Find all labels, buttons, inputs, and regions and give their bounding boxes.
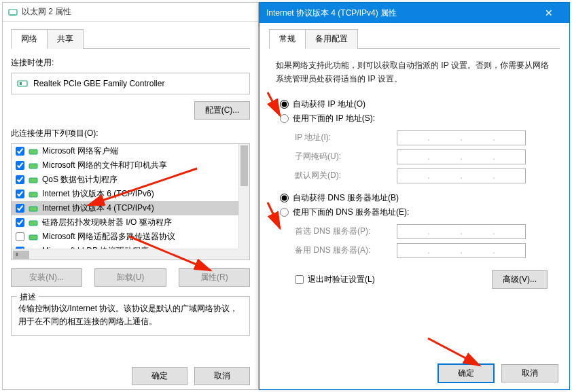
- list-item[interactable]: QoS 数据包计划程序: [12, 173, 238, 187]
- radio-ip-manual[interactable]: 使用下面的 IP 地址(S):: [280, 113, 560, 124]
- svg-rect-0: [9, 10, 17, 15]
- cancel-button[interactable]: 取消: [501, 364, 558, 382]
- ipv4-properties-dialog: Internet 协议版本 4 (TCP/IPv4) 属性 ✕ 常规 备用配置 …: [259, 2, 570, 390]
- ok-button[interactable]: 确定: [437, 363, 495, 383]
- gateway-label: 默认网关(D):: [295, 170, 397, 181]
- list-item[interactable]: Microsoft 网络的文件和打印机共享: [12, 158, 238, 173]
- protocol-checkbox[interactable]: [16, 147, 24, 156]
- ip-address-field: ...: [397, 130, 526, 145]
- radio-dns-manual-label: 使用下面的 DNS 服务器地址(E):: [293, 207, 409, 218]
- protocol-label: QoS 数据包计划程序: [42, 174, 118, 185]
- tab-network[interactable]: 网络: [11, 29, 48, 49]
- svg-rect-7: [29, 192, 37, 197]
- subnet-label: 子网掩码(U):: [295, 151, 397, 162]
- radio-dns-auto-input[interactable]: [280, 194, 289, 202]
- titlebar[interactable]: 以太网 2 属性: [3, 3, 258, 22]
- radio-dns-manual-input[interactable]: [280, 208, 289, 217]
- radio-ip-auto-label: 自动获得 IP 地址(O): [293, 99, 365, 110]
- dns-pref-field: ...: [397, 224, 526, 239]
- list-item[interactable]: Microsoft 网络适配器多路传送器协议: [12, 230, 238, 244]
- description-text: 传输控制协议/Internet 协议。该协议是默认的广域网络协议，用于在不同的相…: [18, 302, 243, 328]
- cancel-button[interactable]: 取消: [194, 367, 250, 385]
- svg-rect-9: [29, 221, 37, 226]
- adapter-name: Realtek PCIe GBE Family Controller: [33, 79, 164, 88]
- radio-ip-manual-label: 使用下面的 IP 地址(S):: [293, 113, 375, 124]
- protocol-icon: [29, 232, 38, 242]
- protocol-label: Microsoft 网络适配器多路传送器协议: [42, 231, 175, 243]
- install-button[interactable]: 安装(N)...: [11, 268, 82, 287]
- protocol-label: Internet 协议版本 6 (TCP/IPv6): [42, 188, 154, 200]
- vertical-scrollbar[interactable]: [238, 144, 249, 249]
- protocol-icon: [29, 161, 38, 171]
- tabstrip: 常规 备用配置: [269, 29, 560, 49]
- svg-rect-3: [20, 82, 22, 85]
- tab-share[interactable]: 共享: [47, 29, 84, 49]
- connection-items-list: Microsoft 网络客户端Microsoft 网络的文件和打印机共享QoS …: [11, 143, 250, 260]
- dns-alt-field: ...: [397, 243, 526, 258]
- tab-general[interactable]: 常规: [269, 29, 306, 49]
- protocol-icon: [29, 175, 38, 185]
- adapter-box: Realtek PCIe GBE Family Controller: [11, 73, 250, 94]
- list-item[interactable]: Microsoft LLDP 协议驱动程序: [12, 244, 238, 249]
- svg-rect-4: [29, 149, 37, 154]
- protocol-checkbox[interactable]: [16, 161, 24, 170]
- radio-ip-auto[interactable]: 自动获得 IP 地址(O): [280, 99, 560, 110]
- ok-button[interactable]: 确定: [132, 367, 187, 385]
- radio-ip-auto-input[interactable]: [280, 100, 289, 109]
- protocol-checkbox[interactable]: [16, 204, 24, 213]
- connect-using-label: 连接时使用:: [11, 57, 250, 69]
- close-icon[interactable]: ✕: [535, 7, 562, 18]
- properties-button[interactable]: 属性(R): [179, 268, 250, 287]
- protocol-label: Internet 协议版本 4 (TCP/IPv4): [42, 202, 154, 214]
- tabstrip: 网络 共享: [11, 29, 250, 49]
- tab-alternate[interactable]: 备用配置: [305, 29, 358, 49]
- subnet-field: ...: [397, 149, 526, 164]
- radio-dns-auto[interactable]: 自动获得 DNS 服务器地址(B): [280, 192, 560, 204]
- advanced-button[interactable]: 高级(V)...: [492, 270, 548, 289]
- ip-address-label: IP 地址(I):: [295, 132, 397, 143]
- configure-button[interactable]: 配置(C)...: [194, 101, 250, 120]
- uninstall-button[interactable]: 卸载(U): [94, 268, 166, 287]
- protocol-icon: [29, 190, 38, 199]
- svg-rect-5: [29, 164, 37, 168]
- items-label: 此连接使用下列项目(O):: [11, 128, 250, 139]
- info-text: 如果网络支持此功能，则可以获取自动指派的 IP 设置。否则，你需要从网络系统管理…: [276, 58, 553, 86]
- nic-icon: [8, 7, 18, 17]
- protocol-icon: [29, 204, 38, 213]
- validate-checkbox[interactable]: [295, 275, 304, 284]
- protocol-label: 链路层拓扑发现映射器 I/O 驱动程序: [42, 217, 172, 228]
- ethernet-properties-dialog: 以太网 2 属性 网络 共享 连接时使用: Realtek PCIe GBE F…: [2, 2, 259, 390]
- adapter-icon: [17, 78, 28, 89]
- svg-rect-6: [29, 178, 37, 183]
- window-title: 以太网 2 属性: [22, 6, 71, 18]
- horizontal-scrollbar[interactable]: ‹›: [12, 249, 238, 260]
- protocol-checkbox[interactable]: [16, 190, 24, 198]
- titlebar[interactable]: Internet 协议版本 4 (TCP/IPv4) 属性 ✕: [260, 3, 569, 23]
- svg-rect-10: [29, 235, 37, 240]
- list-item[interactable]: Internet 协议版本 4 (TCP/IPv4): [12, 201, 238, 215]
- window-title: Internet 协议版本 4 (TCP/IPv4) 属性: [266, 7, 397, 19]
- list-item[interactable]: Internet 协议版本 6 (TCP/IPv6): [12, 187, 238, 201]
- gateway-field: ...: [397, 168, 526, 183]
- protocol-icon: [29, 147, 38, 156]
- protocol-checkbox[interactable]: [16, 232, 24, 241]
- list-item[interactable]: Microsoft 网络客户端: [12, 144, 238, 158]
- protocol-label: Microsoft 网络的文件和打印机共享: [42, 160, 167, 171]
- radio-ip-manual-input[interactable]: [280, 114, 289, 123]
- protocol-icon: [29, 218, 38, 228]
- protocol-label: Microsoft 网络客户端: [42, 145, 118, 157]
- svg-rect-8: [29, 207, 37, 211]
- svg-rect-2: [18, 81, 27, 86]
- list-item[interactable]: 链路层拓扑发现映射器 I/O 驱动程序: [12, 215, 238, 230]
- description-group: 描述 传输控制协议/Internet 协议。该协议是默认的广域网络协议，用于在不…: [11, 296, 250, 336]
- radio-dns-manual[interactable]: 使用下面的 DNS 服务器地址(E):: [280, 207, 560, 218]
- validate-label: 退出时验证设置(L): [308, 274, 375, 285]
- radio-dns-auto-label: 自动获得 DNS 服务器地址(B): [293, 192, 399, 204]
- description-legend: 描述: [17, 291, 39, 303]
- protocol-checkbox[interactable]: [16, 175, 24, 184]
- dns-alt-label: 备用 DNS 服务器(A):: [295, 245, 397, 256]
- dns-pref-label: 首选 DNS 服务器(P):: [295, 226, 397, 237]
- protocol-checkbox[interactable]: [16, 218, 24, 227]
